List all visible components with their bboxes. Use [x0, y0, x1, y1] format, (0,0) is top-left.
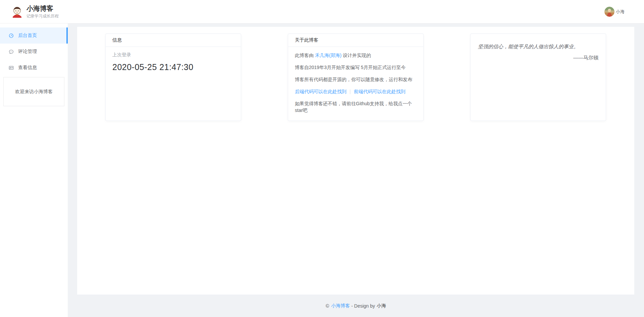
about-line-2: 博客自2019年3月开始开发编写 5月开始正式运行至今: [295, 64, 417, 71]
site-logo-icon: [11, 6, 23, 18]
copyright-symbol: ©: [326, 303, 329, 309]
backend-code-link[interactable]: 后端代码可以在此处找到: [295, 89, 346, 94]
about-card: 关于此博客 此博客由 禾几海(郑海) 设计并实现的 博客自2019年3月开始开发…: [288, 34, 424, 121]
about-line-3: 博客所有代码都是开源的，你可以随意修改，运行和发布: [295, 76, 417, 83]
quote-card: 坚强的信心，能使平凡的人做出惊人的事业。 ——马尔顿: [470, 34, 606, 121]
sidebar-item-label: 查看信息: [18, 65, 37, 71]
quote-text: 坚强的信心，能使平凡的人做出惊人的事业。: [478, 43, 598, 50]
about-line-1: 此博客由 禾几海(郑海) 设计并实现的: [295, 52, 417, 59]
sidebar-item-label: 后台首页: [18, 33, 37, 39]
last-login-time: 2020-05-25 21:47:30: [112, 62, 234, 72]
id-card-icon: [8, 65, 14, 71]
sidebar-welcome-box: 欢迎来访小海博客: [3, 77, 64, 106]
body-row: 后台首页 评论管理 查看信息: [0, 23, 644, 317]
about-card-header: 关于此博客: [288, 34, 423, 47]
author-link[interactable]: 禾几海(郑海): [315, 53, 341, 58]
site-subtitle: 记录学习成长历程: [26, 13, 59, 19]
footer-design-by: - Design by: [351, 303, 375, 309]
about-line1-prefix: 此博客由: [295, 53, 315, 58]
info-card-body: 上次登录 2020-05-25 21:47:30: [106, 47, 241, 77]
quote-author: ——马尔顿: [478, 55, 598, 61]
site-title: 小海博客: [26, 4, 59, 12]
about-card-body: 此博客由 禾几海(郑海) 设计并实现的 博客自2019年3月开始开发编写 5月开…: [288, 47, 423, 119]
about-line-links: 后端代码可以在此处找到|前端代码可以在此处找到: [295, 88, 417, 95]
footer-designer: 小海: [377, 303, 386, 309]
page-footer: © 小海博客 - Design by 小海: [68, 295, 644, 317]
content-column: 信息 上次登录 2020-05-25 21:47:30 关于此博客 此博客由 禾…: [68, 23, 644, 317]
sidebar-item-label: 评论管理: [18, 49, 37, 55]
frontend-code-link[interactable]: 前端代码可以在此处找到: [354, 89, 406, 94]
user-avatar: [604, 7, 614, 17]
last-login-label: 上次登录: [112, 52, 234, 58]
quote-card-body: 坚强的信心，能使平凡的人做出惊人的事业。 ——马尔顿: [471, 34, 606, 61]
comment-icon: [8, 49, 14, 55]
about-line1-suffix: 设计并实现的: [341, 53, 371, 58]
sidebar-item-comments[interactable]: 评论管理: [0, 44, 68, 60]
about-line-5: 如果觉得博客还不错，请前往Github支持我，给我点一个star吧: [295, 100, 417, 114]
info-card-header: 信息: [106, 34, 241, 47]
brand-text: 小海博客 记录学习成长历程: [26, 4, 59, 19]
sidebar-item-dashboard[interactable]: 后台首页: [0, 27, 68, 44]
username-label: 小海: [616, 9, 625, 15]
app-header: 小海博客 记录学习成长历程 小海: [0, 0, 644, 23]
sidebar-item-view-info[interactable]: 查看信息: [0, 60, 68, 76]
footer-site-link[interactable]: 小海博客: [331, 303, 350, 309]
links-divider: |: [350, 89, 351, 94]
sidebar: 后台首页 评论管理 查看信息: [0, 23, 68, 317]
dashboard-icon: [8, 33, 14, 39]
user-menu[interactable]: 小海: [604, 7, 625, 17]
brand-home-link[interactable]: 小海博客 记录学习成长历程: [11, 4, 59, 19]
cards-row: 信息 上次登录 2020-05-25 21:47:30 关于此博客 此博客由 禾…: [105, 34, 606, 121]
main-content: 信息 上次登录 2020-05-25 21:47:30 关于此博客 此博客由 禾…: [77, 27, 634, 295]
welcome-text: 欢迎来访小海博客: [15, 89, 53, 95]
info-card: 信息 上次登录 2020-05-25 21:47:30: [105, 34, 241, 121]
